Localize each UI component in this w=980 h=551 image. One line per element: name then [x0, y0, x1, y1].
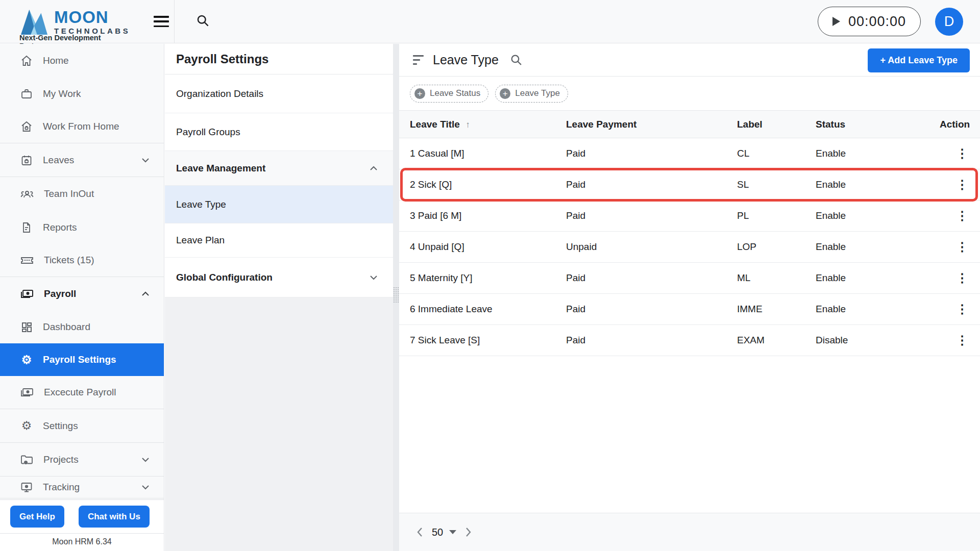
calendar-icon: [20, 154, 33, 166]
table-row-highlighted[interactable]: 2 Sick [Q] Paid SL Enable ⋮: [399, 169, 980, 201]
row-actions-kebab-icon[interactable]: ⋮: [956, 240, 968, 254]
column-header-action: Action: [940, 119, 970, 130]
hamburger-menu-icon[interactable]: [154, 16, 169, 27]
cell-leave-title: 4 Unpaid [Q]: [410, 241, 566, 253]
row-actions-kebab-icon[interactable]: ⋮: [956, 333, 968, 347]
table-row[interactable]: 3 Paid [6 M] Paid PL Enable ⋮: [399, 201, 980, 232]
sidebar-item-reports[interactable]: Reports: [0, 211, 164, 244]
row-actions-kebab-icon[interactable]: ⋮: [956, 178, 968, 191]
plus-circle-icon: +: [500, 88, 510, 99]
row-actions-kebab-icon[interactable]: ⋮: [956, 146, 968, 160]
get-help-button[interactable]: Get Help: [10, 506, 64, 528]
settings-item-label: Global Configuration: [176, 272, 273, 283]
cell-leave-title: 3 Paid [6 M]: [410, 210, 566, 221]
pagination-bar: 50: [399, 513, 980, 551]
sidebar-item-dashboard[interactable]: Dashboard: [0, 310, 164, 343]
table-row[interactable]: 4 Unpaid [Q] Unpaid LOP Enable ⋮: [399, 232, 980, 263]
settings-item-label: Leave Type: [176, 199, 226, 210]
play-icon[interactable]: [832, 17, 840, 26]
sidebar-nav: Home My Work Work From Home Leaves Team …: [0, 44, 164, 551]
table-row[interactable]: 1 Casual [M] Paid CL Enable ⋮: [399, 138, 980, 169]
row-actions-kebab-icon[interactable]: ⋮: [956, 271, 968, 285]
settings-panel-title: Payroll Settings: [165, 44, 393, 74]
column-header-leave-payment: Leave Payment: [566, 119, 737, 130]
table-row[interactable]: 6 Immediate Leave Paid IMME Enable ⋮: [399, 294, 980, 325]
sidebar-item-projects[interactable]: Projects: [0, 443, 164, 477]
cell-leave-title: 6 Immediate Leave: [410, 304, 566, 315]
sidebar-item-label: Leaves: [43, 155, 74, 166]
column-header-leave-title[interactable]: Leave Title ↑: [410, 119, 566, 130]
filter-chip-leave-type[interactable]: + Leave Type: [495, 85, 568, 103]
moon-logo-icon: [19, 7, 48, 36]
cell-status: Disable: [816, 335, 940, 346]
main-header: Leave Type + Add Leave Type: [399, 44, 980, 77]
dashboard-icon: [20, 321, 33, 333]
next-page-icon[interactable]: [465, 527, 472, 537]
sidebar-item-label: Home: [43, 55, 69, 66]
settings-item-global-configuration[interactable]: Global Configuration: [165, 258, 393, 297]
settings-item-leave-plan[interactable]: Leave Plan: [165, 223, 393, 258]
time-tracker-widget[interactable]: 00:00:00: [818, 7, 921, 36]
caret-down-icon: [449, 530, 456, 534]
chevron-down-icon: [370, 275, 378, 280]
row-actions-kebab-icon[interactable]: ⋮: [956, 302, 968, 316]
settings-item-organization-details[interactable]: Organization Details: [165, 74, 393, 113]
sidebar-item-work-from-home[interactable]: Work From Home: [0, 110, 164, 143]
sidebar-item-settings[interactable]: ⚙ Settings: [0, 409, 164, 443]
settings-item-leave-type[interactable]: Leave Type: [165, 186, 393, 223]
add-leave-type-button[interactable]: + Add Leave Type: [868, 48, 970, 72]
sidebar-item-execute-payroll[interactable]: Excecute Payroll: [0, 376, 164, 409]
filter-chips-row: + Leave Status + Leave Type: [399, 77, 980, 110]
cell-leave-payment: Paid: [566, 210, 737, 221]
sidebar-item-payroll[interactable]: Payroll: [0, 277, 164, 310]
sidebar-footer: Get Help Chat with Us Moon HRM 6.34: [0, 499, 164, 551]
document-icon: [20, 221, 33, 234]
previous-page-icon[interactable]: [416, 527, 423, 537]
resize-handle[interactable]: [394, 287, 399, 303]
sort-ascending-arrow-icon: ↑: [465, 120, 470, 130]
top-bar: MOON TECHNOLABS Next-Gen Development Par…: [0, 0, 980, 43]
table-row[interactable]: 5 Maternity [Y] Paid ML Enable ⋮: [399, 263, 980, 294]
cell-label: LOP: [737, 241, 816, 253]
sidebar-item-payroll-settings[interactable]: ⚙ Payroll Settings: [0, 343, 164, 376]
sidebar-item-tracking[interactable]: Tracking: [0, 477, 164, 498]
sidebar-item-label: Projects: [43, 454, 79, 465]
chevron-up-icon: [370, 166, 378, 171]
sort-icon[interactable]: [413, 55, 424, 65]
table-header-row: Leave Title ↑ Leave Payment Label Status…: [399, 110, 980, 138]
chat-with-us-button[interactable]: Chat with Us: [79, 506, 150, 528]
table-row[interactable]: 7 Sick Leave [S] Paid EXAM Disable ⋮: [399, 325, 980, 356]
app-logo[interactable]: MOON TECHNOLABS: [19, 7, 130, 36]
cell-leave-title: 1 Casual [M]: [410, 148, 566, 159]
sidebar-item-home[interactable]: Home: [0, 44, 164, 77]
sidebar-footer-buttons: Get Help Chat with Us: [0, 500, 164, 533]
column-header-label: Label: [737, 119, 816, 130]
settings-item-payroll-groups[interactable]: Payroll Groups: [165, 113, 393, 151]
plus-circle-icon: +: [414, 88, 425, 99]
app-version-label: Moon HRM 6.34: [0, 533, 164, 551]
user-avatar[interactable]: D: [935, 8, 963, 36]
people-icon: [20, 188, 34, 200]
sidebar-item-team-inout[interactable]: Team InOut: [0, 177, 164, 211]
sidebar-item-label: Payroll Settings: [43, 354, 116, 365]
logo-text: MOON TECHNOLABS: [54, 9, 130, 35]
page-size-selector[interactable]: 50: [432, 527, 456, 538]
banknote-icon: [20, 386, 34, 398]
logo-name: MOON: [54, 9, 130, 26]
sidebar-item-my-work[interactable]: My Work: [0, 77, 164, 110]
cell-status: Enable: [816, 148, 940, 159]
cell-leave-payment: Paid: [566, 304, 737, 315]
table-search-icon[interactable]: [510, 54, 523, 68]
panel-resize-gutter: [393, 44, 399, 551]
chevron-down-icon: [141, 457, 150, 462]
row-actions-kebab-icon[interactable]: ⋮: [956, 209, 968, 222]
settings-item-leave-management[interactable]: Leave Management: [165, 151, 393, 186]
chevron-up-icon: [141, 291, 150, 296]
payroll-settings-panel: Payroll Settings Organization Details Pa…: [165, 44, 393, 297]
main-content: Leave Type + Add Leave Type + Leave Stat…: [399, 44, 980, 551]
sidebar-item-leaves[interactable]: Leaves: [0, 143, 164, 177]
filter-chip-leave-status[interactable]: + Leave Status: [410, 85, 488, 103]
chevron-down-icon: [141, 158, 150, 163]
sidebar-item-tickets[interactable]: Tickets (15): [0, 244, 164, 277]
search-icon[interactable]: [196, 14, 210, 30]
